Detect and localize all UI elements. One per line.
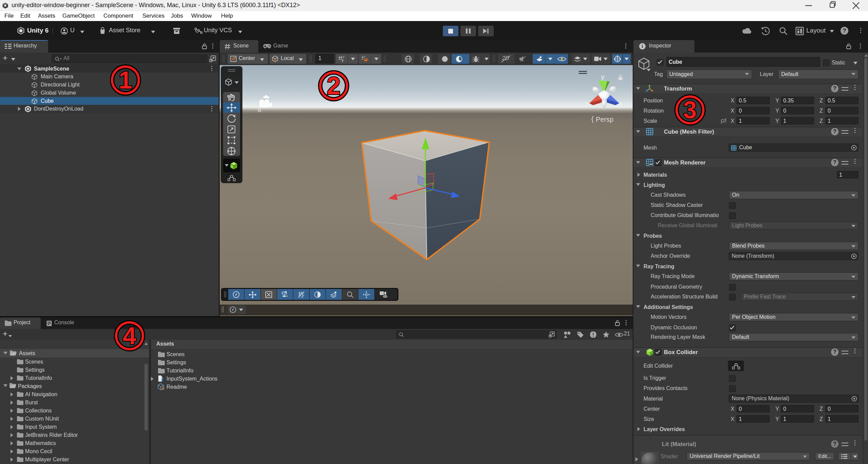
svg-text:Y: Y: [341, 59, 344, 62]
svg-text:{}: {}: [162, 386, 164, 390]
